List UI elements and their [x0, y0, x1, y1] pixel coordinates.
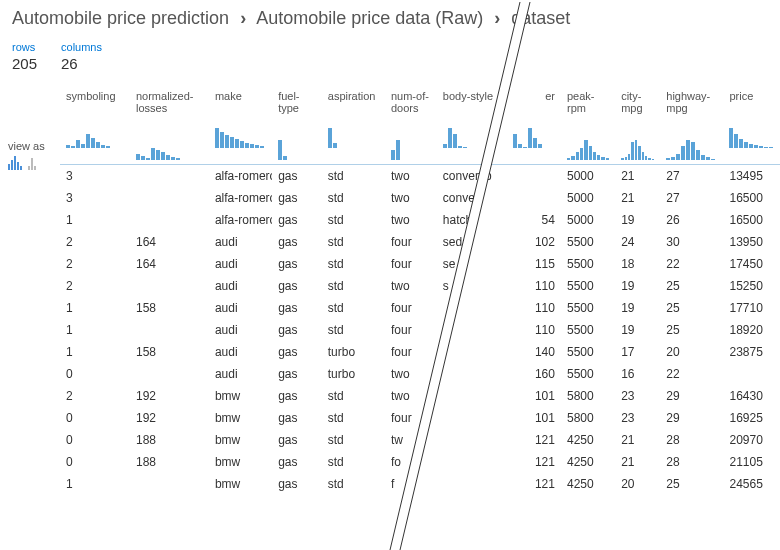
cell: std: [322, 187, 385, 209]
cell: 19: [615, 319, 660, 341]
col-label: fuel-type: [278, 90, 316, 114]
cell: 2: [60, 275, 130, 297]
col-header[interactable]: peak-rpm: [561, 86, 615, 165]
cell: gas: [272, 275, 322, 297]
cell: std: [322, 253, 385, 275]
cell: audi: [209, 275, 272, 297]
cell: 16925: [723, 407, 780, 429]
cell: std: [322, 231, 385, 253]
crumb-2[interactable]: dataset: [511, 8, 570, 28]
col-header[interactable]: highway-mpg: [660, 86, 723, 165]
cell: 0: [60, 429, 130, 451]
cell: 1: [60, 473, 130, 495]
histogram-icon: [567, 136, 609, 160]
cell: 5500: [561, 231, 615, 253]
viewas-label: view as: [8, 140, 60, 152]
cell: two: [385, 275, 437, 297]
col-label: num-of-doors: [391, 90, 431, 114]
table-row[interactable]: 0192bmwgasstdfour1015800232916925: [60, 407, 780, 429]
stats-view-icon[interactable]: [28, 156, 44, 170]
cell: bmw: [209, 451, 272, 473]
crumb-1[interactable]: Automobile price data (Raw): [256, 8, 483, 28]
table-row[interactable]: 3alfa-romerogasstdtwoconvertib5000212713…: [60, 165, 780, 188]
table-row[interactable]: 2164audigasstdfourseda1025500243013950: [60, 231, 780, 253]
crumb-0[interactable]: Automobile price prediction: [12, 8, 229, 28]
col-header[interactable]: aspiration: [322, 86, 385, 165]
histogram-icon: [278, 136, 316, 160]
table-row[interactable]: 1158audigasstdfour1105500192517710: [60, 297, 780, 319]
cell: bmw: [209, 429, 272, 451]
cell: 1: [60, 297, 130, 319]
cell: two: [385, 165, 437, 188]
cell: 23: [615, 407, 660, 429]
cell: alfa-romero: [209, 209, 272, 231]
cell: [437, 429, 507, 451]
chevron-right-icon: ›: [494, 8, 500, 28]
table-row[interactable]: 2164audigasstdfourse1155500182217450: [60, 253, 780, 275]
table-row[interactable]: 1bmwgasstdf1214250202524565: [60, 473, 780, 495]
cell: 4250: [561, 451, 615, 473]
cell: bmw: [209, 473, 272, 495]
table-row[interactable]: 0188bmwgasstdfo1214250212821105: [60, 451, 780, 473]
col-header[interactable]: num-of-doors: [385, 86, 437, 165]
cell: 22: [660, 363, 723, 385]
table-body: 3alfa-romerogasstdtwoconvertib5000212713…: [60, 165, 780, 496]
col-header[interactable]: price: [723, 86, 780, 165]
col-header[interactable]: make: [209, 86, 272, 165]
table-row[interactable]: 1audigasstdfour1105500192518920: [60, 319, 780, 341]
cell: 24565: [723, 473, 780, 495]
cell: four: [385, 341, 437, 363]
col-header[interactable]: symboling: [60, 86, 130, 165]
col-header[interactable]: body-style: [437, 86, 507, 165]
cell: 5500: [561, 341, 615, 363]
cell: 188: [130, 429, 209, 451]
cell: two: [385, 363, 437, 385]
histogram-view-icon[interactable]: [8, 156, 24, 170]
cell: 21: [615, 451, 660, 473]
cell: 25: [660, 275, 723, 297]
cell: 17710: [723, 297, 780, 319]
meta-bar: rows 205 columns 26: [0, 33, 780, 78]
cell: [437, 385, 507, 407]
table-row[interactable]: 0audigasturbotwo16055001622: [60, 363, 780, 385]
cell: 20: [615, 473, 660, 495]
cell: 15250: [723, 275, 780, 297]
data-table: symbolingnormalized-lossesmakefuel-typea…: [60, 86, 780, 495]
cell: [437, 407, 507, 429]
table-row[interactable]: 2audigasstdtwos1105500192515250: [60, 275, 780, 297]
cell: [130, 275, 209, 297]
col-header[interactable]: fuel-type: [272, 86, 322, 165]
col-header[interactable]: er: [507, 86, 561, 165]
cell: 5500: [561, 253, 615, 275]
table-row[interactable]: 1alfa-romerogasstdtwohatch54500019261650…: [60, 209, 780, 231]
cell: gas: [272, 429, 322, 451]
cell: audi: [209, 363, 272, 385]
cell: 4250: [561, 473, 615, 495]
cell: gas: [272, 231, 322, 253]
view-as: view as: [8, 140, 60, 170]
cell: 17450: [723, 253, 780, 275]
cell: four: [385, 253, 437, 275]
rows-value: 205: [12, 55, 37, 72]
table-row[interactable]: 2192bmwgasstdtwo1015800232916430: [60, 385, 780, 407]
cell: seda: [437, 231, 507, 253]
cell: 13950: [723, 231, 780, 253]
col-header[interactable]: normalized-losses: [130, 86, 209, 165]
cell: 188: [130, 451, 209, 473]
table-row[interactable]: 0188bmwgasstdtw1214250212820970: [60, 429, 780, 451]
cell: std: [322, 429, 385, 451]
cell: 5800: [561, 385, 615, 407]
col-label: symboling: [66, 90, 124, 102]
table-row[interactable]: 1158audigasturbofour1405500172023875: [60, 341, 780, 363]
cell: [437, 319, 507, 341]
col-header[interactable]: city-mpg: [615, 86, 660, 165]
cell: 164: [130, 253, 209, 275]
cell: turbo: [322, 363, 385, 385]
cell: 25: [660, 297, 723, 319]
cell: 25: [660, 319, 723, 341]
cell: 16: [615, 363, 660, 385]
cell: 16500: [723, 209, 780, 231]
cell: 17: [615, 341, 660, 363]
table-row[interactable]: 3alfa-romerogasstdtwoconver5000212716500: [60, 187, 780, 209]
cell: gas: [272, 407, 322, 429]
